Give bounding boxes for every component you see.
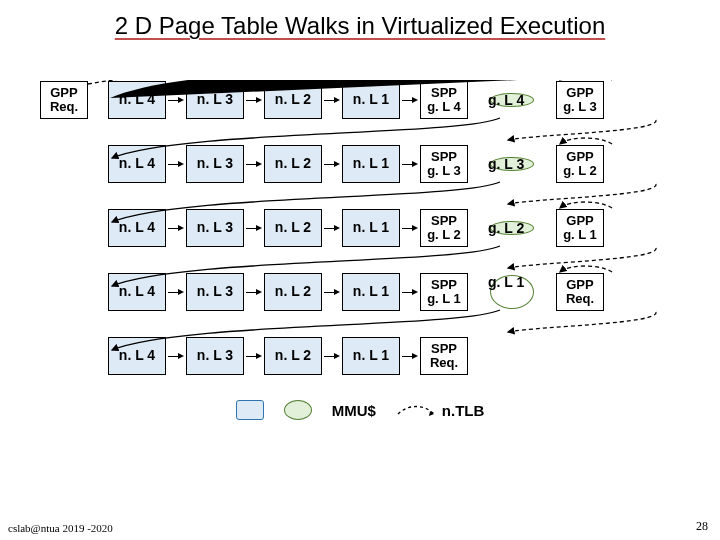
spacer <box>88 228 108 229</box>
spp-gl3-box: SPP g. L 3 <box>420 145 468 183</box>
spacer <box>468 164 488 165</box>
n-l2-box: n. L 2 <box>264 81 322 119</box>
page-title: 2 D Page Table Walks in Virtualized Exec… <box>0 0 720 40</box>
n-l1-box: n. L 1 <box>342 145 400 183</box>
spacer <box>88 356 108 357</box>
arrow-right-icon <box>322 356 342 357</box>
arrow-right-icon <box>166 356 186 357</box>
g-l3-ellipse: g. L 3 <box>488 155 536 173</box>
spacer <box>536 292 556 293</box>
n-l4-box: n. L 4 <box>108 145 166 183</box>
n-l3-box: n. L 3 <box>186 81 244 119</box>
gpp-req-final-box: GPP Req. <box>556 273 604 311</box>
n-l2-box: n. L 2 <box>264 209 322 247</box>
g-l2-ellipse: g. L 2 <box>488 219 536 237</box>
arrow-right-icon <box>166 228 186 229</box>
legend: MMU$ n.TLB <box>40 400 680 420</box>
n-l3-box: n. L 3 <box>186 209 244 247</box>
spacer <box>88 100 108 101</box>
arrow-right-icon <box>400 228 420 229</box>
gpp-gl1-box: GPP g. L 1 <box>556 209 604 247</box>
arrow-right-icon <box>244 100 264 101</box>
spacer <box>468 100 488 101</box>
slide-number: 28 <box>696 519 708 534</box>
arrow-right-icon <box>322 100 342 101</box>
walk-row-3: n. L 4 n. L 3 n. L 2 n. L 1 SPP g. L 1 g… <box>40 272 680 312</box>
spp-req-box: SPP Req. <box>420 337 468 375</box>
n-l1-box: n. L 1 <box>342 337 400 375</box>
legend-swatch-ellipse-icon <box>284 400 312 420</box>
spacer <box>536 164 556 165</box>
arrow-right-icon <box>244 228 264 229</box>
spp-gl4-box: SPP g. L 4 <box>420 81 468 119</box>
arrow-right-icon <box>400 356 420 357</box>
g-l4-ellipse: g. L 4 <box>488 91 536 109</box>
n-l4-box: n. L 4 <box>108 209 166 247</box>
n-l2-box: n. L 2 <box>264 337 322 375</box>
n-l2-box: n. L 2 <box>264 273 322 311</box>
spacer <box>468 292 488 293</box>
n-l1-box: n. L 1 <box>342 273 400 311</box>
arrow-right-icon <box>244 356 264 357</box>
spacer <box>536 228 556 229</box>
legend-ntlb-label: n.TLB <box>442 402 485 419</box>
n-l4-box: n. L 4 <box>108 273 166 311</box>
arrow-right-icon <box>166 292 186 293</box>
legend-swatch-box-icon <box>236 400 264 420</box>
arrow-right-icon <box>400 292 420 293</box>
arrow-right-icon <box>400 164 420 165</box>
g-l1-ellipse: g. L 1 <box>488 273 536 311</box>
n-l3-box: n. L 3 <box>186 145 244 183</box>
footer-attribution: cslab@ntua 2019 -2020 <box>8 522 113 534</box>
n-l2-box: n. L 2 <box>264 145 322 183</box>
gpp-gl2-box: GPP g. L 2 <box>556 145 604 183</box>
spp-gl1-box: SPP g. L 1 <box>420 273 468 311</box>
arrow-right-icon <box>244 164 264 165</box>
arrow-right-icon <box>322 292 342 293</box>
arrow-right-icon <box>400 100 420 101</box>
spacer <box>468 228 488 229</box>
n-l1-box: n. L 1 <box>342 209 400 247</box>
spacer <box>88 164 108 165</box>
arrow-right-icon <box>244 292 264 293</box>
walk-row-0: GPP Req. n. L 4 n. L 3 n. L 2 n. L 1 SPP… <box>40 80 680 120</box>
n-l3-box: n. L 3 <box>186 337 244 375</box>
n-l4-box: n. L 4 <box>108 337 166 375</box>
legend-dashed-arrow-icon <box>396 402 436 418</box>
legend-mmu-label: MMU$ <box>332 402 376 419</box>
n-l3-box: n. L 3 <box>186 273 244 311</box>
spacer <box>88 292 108 293</box>
arrow-right-icon <box>166 100 186 101</box>
arrow-right-icon <box>166 164 186 165</box>
arrow-right-icon <box>322 228 342 229</box>
walk-row-2: n. L 4 n. L 3 n. L 2 n. L 1 SPP g. L 2 g… <box>40 208 680 248</box>
arrow-right-icon <box>322 164 342 165</box>
walk-row-4: n. L 4 n. L 3 n. L 2 n. L 1 SPP Req. <box>40 336 680 376</box>
walk-row-1: n. L 4 n. L 3 n. L 2 n. L 1 SPP g. L 3 g… <box>40 144 680 184</box>
spacer <box>536 100 556 101</box>
gpp-gl3-box: GPP g. L 3 <box>556 81 604 119</box>
spp-gl2-box: SPP g. L 2 <box>420 209 468 247</box>
n-l4-box: n. L 4 <box>108 81 166 119</box>
gpp-req-box: GPP Req. <box>40 81 88 119</box>
n-l1-box: n. L 1 <box>342 81 400 119</box>
page-table-walk-diagram: GPP Req. n. L 4 n. L 3 n. L 2 n. L 1 SPP… <box>40 80 680 420</box>
